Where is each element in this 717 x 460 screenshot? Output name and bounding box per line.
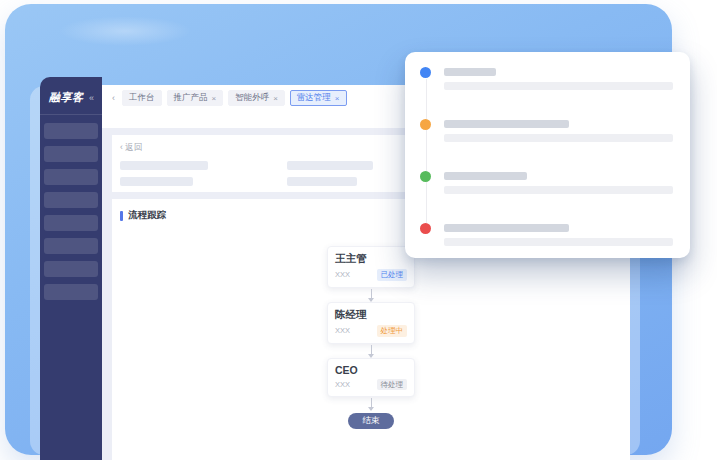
skeleton-title-bar [444,224,569,232]
timeline-item [420,172,673,194]
skeleton-title-bar [444,120,569,128]
tab-scroll-left-icon[interactable]: ‹ [110,93,117,103]
sidebar-nav-item-placeholder[interactable] [44,146,98,162]
sidebar-nav-list [40,115,102,300]
sidebar-nav-item-placeholder[interactable] [44,123,98,139]
sidebar-nav-item-placeholder[interactable] [44,261,98,277]
illustration-stage: 融享客 « ‹ 工作台 推广产品 × 智能外呼 × [0,0,717,460]
node-subtitle: XXX [335,326,350,335]
tab-label: 雷达管理 [297,92,331,104]
back-label: 返回 [125,142,142,152]
status-badge: 处理中 [377,325,408,337]
sidebar-nav-item-placeholder[interactable] [44,238,98,254]
status-badge: 已处理 [377,269,408,281]
status-badge: 待处理 [377,379,408,391]
sidebar-collapse-icon[interactable]: « [89,93,94,103]
tab-label: 工作台 [129,92,155,104]
flow-arrow-down-icon [371,289,372,301]
timeline-card [405,52,690,258]
flow-arrow-down-icon [371,345,372,357]
timeline-dot-blue-icon [420,67,431,78]
sidebar: 融享客 « [40,77,102,460]
skeleton-text-bar [287,161,373,170]
flow-node-manager: 陈经理 XXX 处理中 [327,302,415,344]
skeleton-text-bar [287,177,357,186]
section-accent-bar [120,211,123,221]
section-title: 流程跟踪 [128,209,166,222]
node-name: 陈经理 [335,308,407,322]
node-subtitle: XXX [335,380,350,389]
tab-close-icon[interactable]: × [335,94,340,103]
timeline-item [420,224,673,246]
timeline-dot-orange-icon [420,119,431,130]
timeline-dot-green-icon [420,171,431,182]
tab-workbench[interactable]: 工作台 [122,90,162,106]
sidebar-nav-item-placeholder[interactable] [44,169,98,185]
skeleton-title-bar [444,172,527,180]
sidebar-logo-row: 融享客 « [40,77,102,105]
flow-arrow-down-icon [371,398,372,410]
sidebar-nav-item-placeholder[interactable] [44,215,98,231]
skeleton-subtitle-bar [444,238,673,246]
tab-promote-products[interactable]: 推广产品 × [167,90,224,106]
approval-flow: 王主管 XXX 已处理 陈经理 XXX 处理中 [327,246,415,429]
skeleton-text-bar [120,177,193,186]
timeline-item [420,120,673,142]
node-name: CEO [335,364,407,376]
timeline-connector-line [426,79,427,229]
sidebar-nav-item-placeholder[interactable] [44,192,98,208]
node-name: 王主管 [335,252,407,266]
skeleton-text-bar [120,161,208,170]
back-chevron-icon: ‹ [120,142,123,152]
tab-label: 智能外呼 [235,92,269,104]
tab-label: 推广产品 [174,92,208,104]
skeleton-subtitle-bar [444,82,673,90]
skeleton-subtitle-bar [444,186,673,194]
tab-close-icon[interactable]: × [273,94,278,103]
flow-end-node: 结束 [348,413,394,429]
timeline-item [420,68,673,90]
tab-close-icon[interactable]: × [212,94,217,103]
timeline-dot-red-icon [420,223,431,234]
app-logo: 融享客 [49,90,84,105]
skeleton-subtitle-bar [444,134,673,142]
sidebar-nav-item-placeholder[interactable] [44,284,98,300]
node-subtitle: XXX [335,270,350,279]
skeleton-title-bar [444,68,496,76]
tab-smart-call[interactable]: 智能外呼 × [228,90,285,106]
flow-node-ceo: CEO XXX 待处理 [327,358,415,398]
tab-radar-management[interactable]: 雷达管理 × [290,90,347,106]
flow-node-supervisor: 王主管 XXX 已处理 [327,246,415,288]
